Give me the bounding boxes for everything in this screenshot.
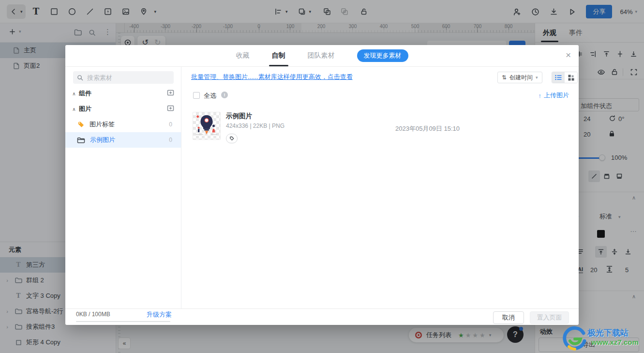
modal-header: 收藏 自制 团队素材 发现更多素材 × — [65, 45, 579, 67]
select-all-checkbox[interactable] — [193, 92, 200, 99]
add-component-folder-button[interactable] — [167, 90, 174, 96]
chevron-up-icon[interactable]: ∧ — [71, 91, 77, 96]
list-view-button[interactable] — [552, 72, 565, 83]
info-icon[interactable]: ! — [221, 92, 228, 98]
add-image-folder-button[interactable] — [167, 105, 174, 111]
grid-view-button[interactable] — [565, 72, 577, 83]
grid-view-icon — [568, 75, 574, 81]
search-icon — [77, 75, 83, 81]
sort-control[interactable]: ⇅ 创建时间 ▾ — [497, 72, 542, 83]
view-toggle — [552, 72, 578, 83]
watermark-site-name: 极光下载站 — [587, 327, 629, 338]
tree-section-images[interactable]: ∧ 图片 — [65, 101, 181, 117]
tree-item-image-tags[interactable]: 图片标签 0 — [65, 117, 181, 132]
storage-progress-bar — [76, 321, 170, 322]
tips-link[interactable]: 批量管理、替换图片......素材库这样使用更高效，点击查看 — [191, 73, 353, 81]
modal-sidebar: ∧ 组件 ∧ 图片 图片标签 — [65, 67, 181, 308]
storage-usage: 0KB / 100MB — [76, 311, 110, 318]
tree-section-components[interactable]: ∧ 组件 — [65, 86, 181, 101]
tag-small-icon — [229, 136, 234, 141]
app-screen: ▾ T ▾ — [0, 0, 644, 353]
upgrade-plan-link[interactable]: 升级方案 — [147, 310, 172, 319]
watermark-logo — [562, 324, 587, 352]
tree-item-sample-images[interactable]: 示例图片 0 — [65, 132, 181, 148]
material-thumbnail[interactable] — [193, 112, 221, 140]
sort-value: 创建时间 — [509, 74, 533, 82]
sort-arrows-icon: ⇅ — [502, 75, 507, 80]
modal-content: 批量管理、替换图片......素材库这样使用更高效，点击查看 ⇅ 创建时间 ▾ … — [181, 67, 579, 308]
site-watermark: 极光下载站 www.xz7.com — [562, 322, 644, 353]
tag-icon — [77, 121, 85, 128]
tab-favorites[interactable]: 收藏 — [236, 45, 250, 66]
material-title: 示例图片 — [226, 112, 252, 121]
material-meta: 424x336 | 22KB | PNG — [226, 123, 285, 129]
rocket-illustration — [193, 112, 220, 139]
modal-footer-divider — [65, 308, 579, 309]
folder-icon — [77, 137, 85, 143]
select-all-label: 全选 — [204, 92, 216, 100]
material-search[interactable] — [73, 71, 174, 84]
tab-own[interactable]: 自制 — [272, 45, 285, 66]
upload-arrow-icon: ↑ — [539, 92, 542, 99]
tag-chip-button[interactable] — [226, 134, 238, 143]
upload-image-button[interactable]: ↑ 上传图片 — [539, 91, 569, 100]
tab-team[interactable]: 团队素材 — [308, 45, 335, 66]
chevron-up-icon[interactable]: ∧ — [71, 107, 77, 112]
close-icon[interactable]: × — [566, 50, 571, 61]
discover-more-button[interactable]: 发现更多素材 — [357, 49, 408, 62]
watermark-site-url: www.xz7.com — [591, 338, 639, 346]
list-view-icon — [555, 75, 562, 80]
material-date: 2023年05月09日 15:10 — [395, 124, 460, 133]
search-input[interactable] — [86, 74, 164, 82]
material-library-modal: 收藏 自制 团队素材 发现更多素材 × ∧ 组件 ∧ — [65, 45, 579, 325]
cancel-button[interactable]: 取消 — [493, 311, 524, 324]
sort-dropdown-icon: ▾ — [536, 76, 538, 80]
